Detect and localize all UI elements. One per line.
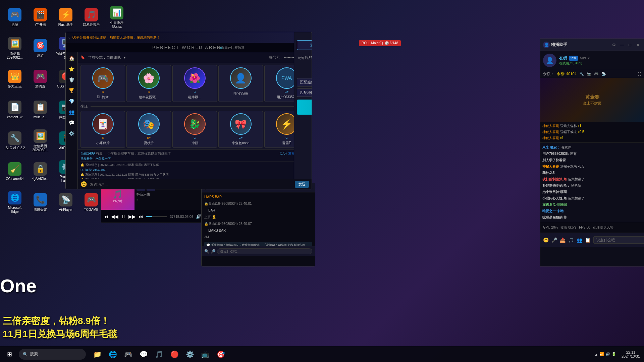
taskbar-search[interactable]: 🔍 搜索 [19,349,86,360]
desktop-icon-33[interactable]: 🎮 TCGAME [79,188,103,217]
player-card-0[interactable]: 🎮 B DL·施米 [80,65,125,102]
stream-sign-in-icon[interactable]: 📋 [585,237,591,243]
tray-network-icon[interactable]: 📶 [599,352,604,356]
media-forward-btn[interactable]: ▶▶ [128,214,136,219]
stream-game-icon[interactable]: 🎮 [594,72,599,76]
stream-video-content: 黄金赛金上不封顶 [540,78,644,122]
player-card-2[interactable]: 🌺 C 磁牛颗… [172,65,217,102]
sidebar-star[interactable]: ⭐ [67,64,76,74]
stream-dropdown-icon[interactable]: ▾ [588,56,590,60]
sidebar-shield[interactable]: 🛡️ [67,75,76,84]
stream-mic-icon[interactable]: 🎤 [551,237,557,243]
player-card-6[interactable]: 🎭 B+ 夏状升 [126,111,171,148]
desktop-icon-21[interactable]: 🖼️ 微信截图 2024050... [28,126,52,156]
allow-watch-row: 允许观战 [294,53,312,63]
desktop-icon-0[interactable]: 🎮 迅游 [3,3,27,32]
live-msg-3: 🔒 Bak(16493080034) 23:40:07 [204,221,312,227]
gift-msg-3: 神秘人喜是 x1 [542,135,642,141]
taskbar-icon-explorer[interactable]: 📁 [90,347,105,362]
desktop-icon-1[interactable]: 🎬 YY开播 [28,3,52,32]
stream-minimize-btn[interactable]: — [619,42,625,48]
send-message-btn[interactable]: 发送 [295,181,309,188]
stream-camera-icon[interactable]: 📷 [587,72,591,76]
desktop-icon-16[interactable]: 📋 multi_a... [28,95,52,125]
stream-username: 在线 [559,55,567,61]
live-search-icon[interactable]: 🔍 [204,249,209,254]
desktop-icon-30[interactable]: 🌐 Microsoft Edge [3,188,27,217]
sidebar-people[interactable]: 👥 [67,107,76,117]
stream-share-icon[interactable]: 📡 [601,72,606,76]
desktop-icon-10[interactable]: 👑 多大王·王 [3,64,27,94]
roll-badge[interactable]: ROLL Major门 🎲 6/148 [359,40,401,46]
player-card-8[interactable]: 🎀 C+ 小鱼色oooo [218,111,263,148]
filter-dropdown-icon[interactable]: ▾ [124,55,126,60]
stream-tools-icon[interactable]: 🔧 [579,72,584,76]
sidebar-home[interactable]: 🏠 [67,54,76,63]
match-server-selector[interactable]: 匹配服务器 (4) ▾ [297,78,312,86]
match-map-selector[interactable]: 匹配地图 (10) ▾ [297,88,312,97]
player-card-3[interactable]: 👤 Nine95nn [218,65,263,102]
stream-send-icon[interactable]: 📤 [560,237,566,243]
desktop-icon-11[interactable]: 🎮 游约游 [28,64,52,94]
desktop-icon-25[interactable]: 🧹 CCleaner64 [3,157,27,186]
live-msg-0: LIARS BAR [204,194,312,200]
desktop-icon-26[interactable]: 🔒 4gAAiCle... [28,157,52,186]
live-chat-text-input[interactable] [217,248,312,254]
desktop-icon-img-1: 🎬 [34,8,47,21]
stream-chat-input[interactable] [593,236,644,244]
media-play-btn[interactable]: ⏸ [121,214,126,219]
emoji-icon[interactable]: 😊 [80,181,87,187]
media-back-btn[interactable]: ◀◀ [111,214,118,219]
player-card-7[interactable]: 🐉 C 冲鹅 [172,111,217,148]
stream-expand-icon[interactable]: ⛶ [638,72,641,76]
taskbar-icon-chat[interactable]: 💬 [136,347,151,362]
media-progress-bar[interactable] [146,216,167,217]
pwa-back-icon[interactable]: ‹ [68,35,70,40]
taskbar-icon-edge[interactable]: 🌐 [105,347,120,362]
stream-maximize-btn[interactable]: □ [627,42,633,48]
media-next-btn[interactable]: ⏭ [139,214,143,219]
player-name-3: Nine95nn [233,92,248,95]
desktop-icon-31[interactable]: 📞 腾讯会议 [28,188,52,217]
sidebar-settings[interactable]: ⚙️ [67,129,76,138]
tray-sound-icon[interactable]: 🔊 [605,352,610,356]
desktop-icon-4[interactable]: 📊 生日快乐 我.xlsx [105,3,129,32]
sidebar-diamond[interactable]: 💎 [67,97,76,106]
desktop-icon-3[interactable]: 🎵 网易云音乐 [79,3,103,32]
taskbar-icon-app2[interactable]: 🎯 [213,347,228,362]
desktop-icon-2[interactable]: ⚡ Flash助手 [54,3,78,32]
player-avatar-3: 👤 [230,67,252,89]
taskbar-clock[interactable]: 22:11 2024/10/31 [619,350,643,358]
media-volume-btn[interactable]: 🔊 [196,214,202,219]
sidebar-trophy[interactable]: 🏆 [67,86,76,95]
desktop-icon-6[interactable]: 🎯 迅游 [28,34,52,63]
chat-text-input[interactable] [90,182,292,186]
player-card-1[interactable]: 🌸 B 磕牛花园颗… [126,65,171,102]
taskbar-icon-music[interactable]: 🎵 [152,347,166,362]
pwa-broadcast-btn[interactable]: 📺 高开比赛频道 [219,45,245,50]
desktop-icon-15[interactable]: 📄 content_w [3,95,27,125]
player-avatar-8: 🎀 [230,113,252,135]
start-game-btn[interactable]: 开始游戏 ▶ [297,100,312,115]
taskbar-icon-obs[interactable]: 🔴 [167,347,182,362]
start-button[interactable]: ⊞ [1,346,17,362]
player-card-5[interactable]: 🃏 B 小乐碎片 [80,111,125,148]
stream-settings-icon[interactable]: ⚙ [610,42,617,48]
stream-friends-icon[interactable]: 👥 [577,237,582,243]
desktop-icon-5[interactable]: 🖼️ 微信截 2024082... [3,34,27,63]
stream-close-btn[interactable]: ✕ [635,42,641,48]
taskbar-icon-settings[interactable]: ⚙️ [182,347,197,362]
taskbar-icon-app1[interactable]: 📺 [198,347,213,362]
desktop-icon-20[interactable]: 🔧 ISLC v1.0.2.2 [3,126,27,156]
taskbar-icon-game[interactable]: 🎮 [121,347,136,362]
stream-music-icon[interactable]: 🎵 [568,237,574,243]
media-prev-btn[interactable]: ⏮ [104,214,108,219]
desktop-icon-img-5: 🖼️ [8,37,21,50]
friend-btn[interactable]: 查战友 [297,40,312,50]
stream-user-details: 在线 活跃 钻粉 ▾ 在线用户(9499) [559,55,641,66]
live-magnify-icon[interactable]: 🔎 [211,249,216,254]
stream-emoji-icon[interactable]: 😊 [543,237,549,243]
sidebar-chat[interactable]: 💬 [67,118,76,127]
desktop-icon-32[interactable]: 📡 AirPlayer [54,188,78,217]
tray-icon-1[interactable]: ▲ [594,352,598,356]
